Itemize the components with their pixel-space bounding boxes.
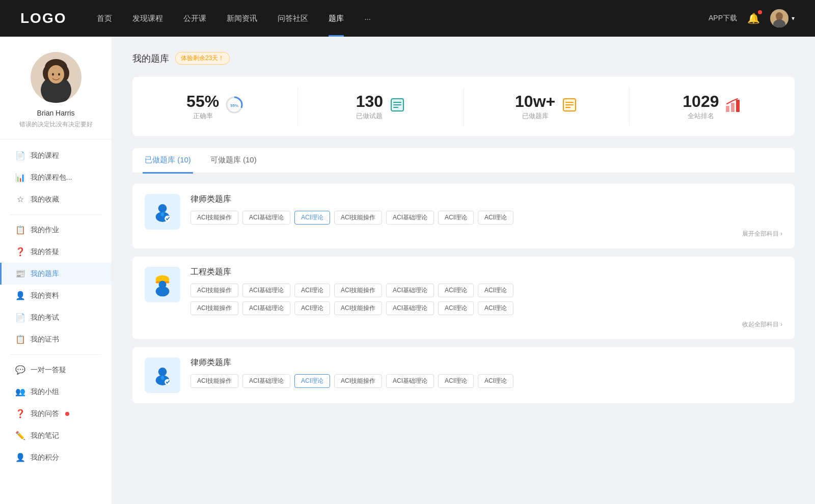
nav-discover[interactable]: 发现课程 [132,14,163,23]
qbank-tag-active[interactable]: ACI理论 [294,211,330,225]
qbank-tag[interactable]: ACI技能操作 [334,301,382,315]
qbank-tag[interactable]: ACI基础理论 [386,374,434,388]
group-icon: 👥 [15,387,25,397]
notes-icon: ✏️ [15,431,25,440]
profile-motto: 错误的决定比没有决定要好 [19,120,93,129]
svg-point-35 [159,281,167,289]
stat-value-rank: 1029 [683,92,719,111]
qbank-tag-active[interactable]: ACI理论 [294,374,330,388]
qbank-tag[interactable]: ACI理论 [478,284,513,297]
stat-value-correct: 55% [186,92,219,111]
nav-more[interactable]: ··· [364,14,371,23]
collapse-link-2[interactable]: 收起全部科目 › [742,320,782,329]
page-header: 我的题库 体验剩余23天！ [132,52,795,65]
sidebar-item-homework[interactable]: 📋 我的作业 [0,219,112,241]
qbank-tag[interactable]: ACI技能操作 [191,374,238,388]
svg-point-38 [161,376,165,380]
profile-section: Brian Harris 错误的决定比没有决定要好 [0,52,112,139]
svg-rect-27 [736,100,740,112]
svg-rect-19 [393,107,398,108]
sidebar-item-my-course[interactable]: 📄 我的课程 [0,145,112,166]
qbank-tag[interactable]: ACI理论 [294,301,330,315]
stat-correct-rate: 55% 正确率 55% [132,87,298,126]
logo: LOGO [20,10,66,26]
qbank-tag[interactable]: ACI技能操作 [191,284,238,297]
qbank-tags-2-row1: ACI技能操作 ACI基础理论 ACI理论 ACI技能操作 ACI基础理论 AC… [191,284,782,297]
sidebar-item-notes[interactable]: ✏️ 我的笔记 [0,425,112,446]
qbank-tag[interactable]: ACI基础理论 [386,301,434,315]
qbank-list: 律师类题库 ACI技能操作 ACI基础理论 ACI理论 ACI技能操作 ACI基… [132,184,795,411]
qa-icon: ❓ [15,247,25,257]
stat-value-questions: 130 [356,92,383,111]
qbank-tag[interactable]: ACI基础理论 [242,301,290,315]
qbank-tag[interactable]: ACI理论 [478,301,513,315]
qbank-card-2: 工程类题库 ACI技能操作 ACI基础理论 ACI理论 ACI技能操作 ACI基… [132,257,795,339]
stat-label-rank: 全站排名 [688,112,714,120]
qbank-title-2: 工程类题库 [191,267,782,277]
qbank-tag[interactable]: ACI理论 [438,374,474,388]
qbank-tag[interactable]: ACI基础理论 [242,284,290,297]
question-icon: ❓ [15,409,25,418]
qbank-tag[interactable]: ACI技能操作 [191,301,238,315]
avatar [770,9,789,27]
qbank-icon: 📰 [15,269,25,278]
main-layout: Brian Harris 错误的决定比没有决定要好 📄 我的课程 📊 我的课程包… [0,37,815,504]
notification-bell[interactable]: 🔔 [747,12,760,24]
nav-question-bank[interactable]: 题库 [329,14,344,23]
nav-qa[interactable]: 问答社区 [278,14,308,23]
sidebar-item-groups[interactable]: 👥 我的小组 [0,381,112,403]
qbank-tag[interactable]: ACI技能操作 [334,284,382,297]
sidebar-item-course-package[interactable]: 📊 我的课程包... [0,166,112,188]
qbank-title-1: 律师类题库 [191,194,782,205]
tab-done[interactable]: 已做题库 (10) [143,148,193,174]
stat-banks-done: 10w+ 已做题库 [464,87,630,126]
sidebar-item-profile[interactable]: 👤 我的资料 [0,285,112,306]
page-title: 我的题库 [132,52,169,65]
star-icon: ☆ [15,194,25,204]
sidebar-item-question-bank[interactable]: 📰 我的题库 [0,263,112,285]
qbank-tag[interactable]: ACI理论 [438,301,474,315]
svg-point-37 [158,368,167,376]
stat-site-rank: 1029 全站排名 [630,87,795,126]
user-avatar-menu[interactable]: ▾ [770,9,795,27]
svg-point-10 [52,73,54,76]
points-icon: 👤 [15,453,25,462]
qbank-tag[interactable]: ACI基础理论 [386,284,434,297]
dropdown-arrow-icon: ▾ [792,15,795,22]
stat-info-correct: 55% 正确率 [186,92,219,121]
sidebar-item-questions[interactable]: ❓ 我的问答 [0,403,112,425]
sidebar-item-exam[interactable]: 📄 我的考试 [0,306,112,328]
qbank-tag[interactable]: ACI理论 [478,374,513,388]
qbank-tag[interactable]: ACI理论 [294,284,330,297]
qbank-tag[interactable]: ACI基础理论 [242,374,290,388]
qbank-tag[interactable]: ACI理论 [478,211,513,225]
nav-home[interactable]: 首页 [97,14,112,23]
sidebar-item-1on1[interactable]: 💬 一对一答疑 [0,359,112,381]
main-content: 我的题库 体验剩余23天！ 55% 正确率 55% [112,37,815,504]
sidebar-item-favorites[interactable]: ☆ 我的收藏 [0,188,112,210]
qbank-tag[interactable]: ACI技能操作 [334,211,382,225]
sidebar-item-points[interactable]: 👤 我的积分 [0,446,112,468]
nav-news[interactable]: 新闻资讯 [227,14,257,23]
qbank-tag[interactable]: ACI技能操作 [191,211,238,225]
sidebar-item-qa[interactable]: ❓ 我的答疑 [0,241,112,263]
qbank-tag[interactable]: ACI基础理论 [242,211,290,225]
expand-link-1[interactable]: 展开全部科目 › [742,230,782,238]
app-download-link[interactable]: APP下载 [709,14,737,23]
tab-available[interactable]: 可做题库 (10) [208,148,259,174]
svg-point-11 [58,73,60,76]
qbank-tag[interactable]: ACI技能操作 [334,374,382,388]
profile-name: Brian Harris [37,109,75,117]
qbank-tag[interactable]: ACI理论 [438,211,474,225]
exam-icon: 📄 [15,313,25,322]
svg-point-39 [165,379,171,385]
question-badge [65,412,69,416]
cert-icon: 📋 [15,334,25,344]
sidebar-item-certificate[interactable]: 📋 我的证书 [0,328,112,350]
qbank-tag[interactable]: ACI理论 [438,284,474,297]
stat-questions-done: 130 已做试题 [298,87,464,126]
questions-done-icon [389,97,405,117]
nav-open-course[interactable]: 公开课 [183,14,206,23]
qbank-tag[interactable]: ACI基础理论 [386,211,434,225]
stat-info-rank: 1029 全站排名 [683,92,719,121]
